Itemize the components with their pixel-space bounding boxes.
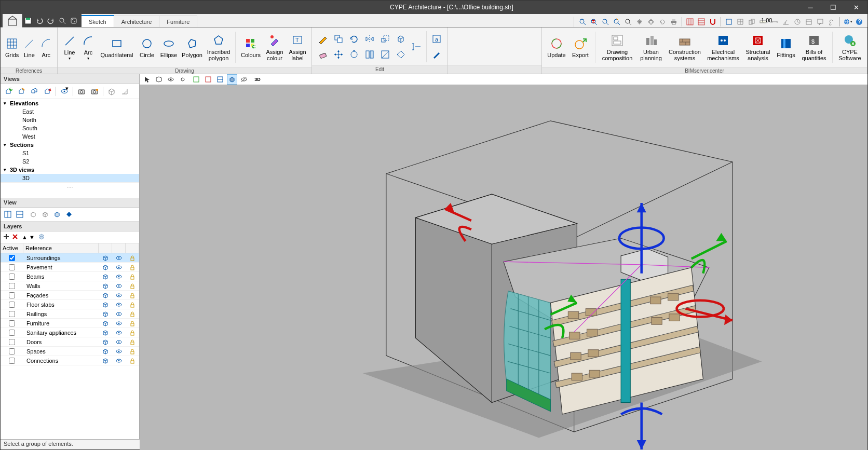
view-note-icon[interactable] — [815, 17, 825, 27]
view-clock-icon[interactable] — [792, 17, 803, 27]
view-split-v-icon[interactable] — [15, 209, 25, 220]
eye-icon[interactable] — [115, 282, 123, 290]
eye-icon[interactable] — [115, 310, 123, 318]
rotate-icon[interactable] — [657, 17, 668, 27]
tree-item[interactable]: S1 — [1, 149, 139, 157]
vp-grid1-icon[interactable] — [191, 74, 201, 85]
layer-row[interactable]: Sanitary appliances — [1, 328, 139, 337]
view-grid-icon[interactable] — [735, 17, 745, 27]
edit-rotate-icon[interactable] — [347, 32, 361, 46]
eye-icon[interactable] — [115, 329, 123, 336]
view-diamond-icon[interactable] — [64, 209, 74, 220]
cube-icon[interactable] — [102, 264, 109, 271]
undo-icon[interactable] — [34, 16, 45, 26]
vp-hidden-icon[interactable] — [239, 74, 249, 85]
tree-group-3dviews[interactable]: 3D views — [1, 166, 139, 174]
view-angle-icon[interactable] — [781, 17, 791, 27]
edit-text-icon[interactable]: a — [429, 32, 444, 46]
zoom-window-icon[interactable] — [577, 17, 588, 27]
cube-icon[interactable] — [102, 273, 109, 280]
eye-icon[interactable] — [115, 264, 123, 271]
layer-row[interactable]: Connections — [1, 356, 139, 365]
help-globe-icon[interactable]: ▾ — [843, 17, 853, 27]
lock-icon[interactable] — [129, 273, 136, 280]
tree-item[interactable]: South — [1, 124, 139, 132]
view-rect-icon[interactable] — [724, 17, 734, 27]
views-camera-icon[interactable] — [76, 86, 87, 97]
views-eye-icon[interactable]: ▾ — [59, 86, 70, 97]
lock-icon[interactable] — [129, 338, 136, 346]
lock-icon[interactable] — [129, 357, 136, 364]
view-ortho-icon[interactable] — [747, 17, 757, 27]
vp-grid2-icon[interactable] — [203, 74, 213, 85]
tree-collapse-handle[interactable]: ···· — [1, 182, 139, 191]
zoom-extents-icon[interactable]: ± — [589, 17, 599, 27]
export-button[interactable]: Export — [569, 29, 592, 66]
layer-up-icon[interactable]: ▲ — [22, 234, 28, 240]
lock-icon[interactable] — [129, 292, 136, 299]
tree-item[interactable]: East — [1, 107, 139, 116]
pan-icon[interactable] — [634, 17, 645, 27]
eye-icon[interactable] — [115, 338, 123, 346]
grids-button[interactable]: Grids — [4, 29, 20, 66]
eye-icon[interactable] — [115, 273, 123, 280]
lock-icon[interactable] — [129, 310, 136, 318]
edit-mirror-icon[interactable] — [362, 32, 377, 46]
layer-active-checkbox[interactable] — [9, 292, 15, 298]
tab-furniture[interactable]: Furniture — [159, 16, 197, 27]
layer-row[interactable]: Railings — [1, 309, 139, 319]
assign-colour-button[interactable]: Assign colour — [264, 29, 286, 66]
urban-planning-button[interactable]: Urban planning — [637, 29, 665, 66]
viewport-3d[interactable] — [140, 85, 867, 450]
magnet-icon[interactable] — [708, 17, 718, 27]
fittings-button[interactable]: Fittings — [774, 29, 798, 66]
ref-line-button[interactable]: Line — [21, 29, 37, 66]
layer-active-checkbox[interactable] — [9, 339, 15, 345]
bills-quantities-button[interactable]: $Bills of quantities — [799, 29, 829, 66]
electrical-mechanisms-button[interactable]: Electrical mechanisms — [704, 29, 742, 66]
layer-active-checkbox[interactable] — [9, 283, 15, 289]
edit-copy-icon[interactable] — [331, 32, 346, 46]
edit-mirror2-icon[interactable] — [362, 47, 377, 62]
edit-eraser-icon[interactable] — [316, 47, 330, 62]
tree-item[interactable]: North — [1, 116, 139, 124]
view-wrench-icon[interactable] — [826, 17, 837, 27]
edit-rotate2-icon[interactable] — [347, 47, 361, 62]
layer-add-icon[interactable] — [3, 233, 10, 241]
view-measure-icon[interactable] — [769, 17, 780, 27]
cube-icon[interactable] — [102, 310, 109, 318]
save-icon[interactable] — [23, 16, 33, 26]
layer-row[interactable]: Façades — [1, 291, 139, 300]
tree-item[interactable]: West — [1, 132, 139, 141]
edit-scale-icon[interactable] — [378, 32, 392, 46]
tab-sketch[interactable]: Sketch — [82, 15, 114, 27]
layers-header-active[interactable]: Active — [1, 243, 23, 253]
vp-shaded-icon[interactable] — [227, 74, 237, 85]
layer-active-checkbox[interactable] — [9, 311, 15, 317]
eye-icon[interactable] — [115, 320, 123, 327]
layer-row[interactable]: Beams — [1, 272, 139, 281]
edit-cube-icon[interactable] — [394, 32, 408, 46]
redo-icon[interactable] — [46, 16, 56, 26]
cube-icon[interactable] — [102, 348, 109, 355]
colours-button[interactable]: +Colours — [239, 29, 263, 66]
minimize-button[interactable]: ─ — [799, 1, 822, 14]
inscribed-polygon-button[interactable]: Inscribed polygon — [205, 29, 232, 66]
assign-label-button[interactable]: TAssign label — [287, 29, 308, 66]
eye-icon[interactable] — [115, 357, 123, 364]
cube-icon[interactable] — [102, 282, 109, 290]
layer-stack-icon[interactable] — [38, 233, 45, 241]
zoom-realtime-icon[interactable] — [623, 17, 633, 27]
maximize-button[interactable]: ☐ — [822, 1, 845, 14]
vp-link-icon[interactable] — [178, 74, 188, 85]
eye-icon[interactable] — [115, 301, 123, 308]
edit-scale2-icon[interactable] — [378, 47, 392, 62]
drawing-composition-button[interactable]: Drawing composition — [599, 29, 636, 66]
vp-grid3-icon[interactable] — [215, 74, 225, 85]
ellipse-button[interactable]: Ellipse — [158, 29, 179, 66]
vp-persp-icon[interactable] — [154, 74, 164, 85]
update-button[interactable]: Update — [545, 29, 568, 66]
layer-row[interactable]: Walls — [1, 281, 139, 291]
lock-icon[interactable] — [129, 301, 136, 308]
vp-eye-icon[interactable] — [166, 74, 176, 85]
